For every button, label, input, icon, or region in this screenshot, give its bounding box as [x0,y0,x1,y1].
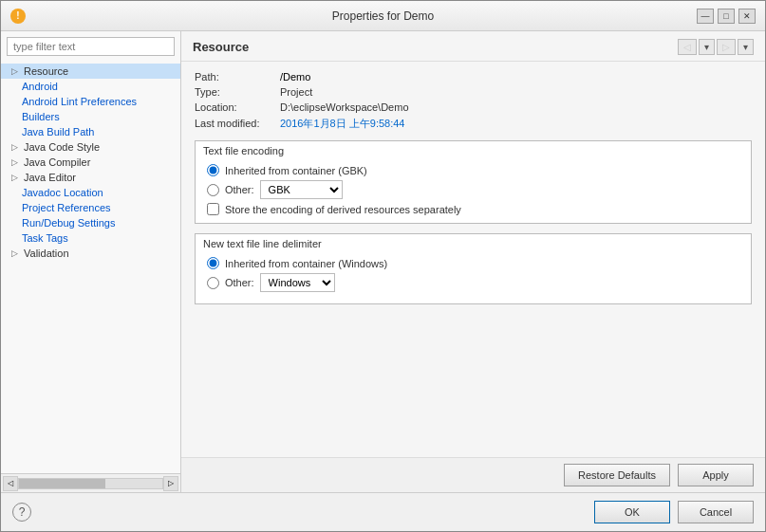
tree-item-java-build-path[interactable]: Java Build Path [1,124,180,139]
app-icon: ! [10,9,26,24]
tree-label-resource: Resource [24,65,68,77]
apply-button[interactable]: Apply [678,464,754,486]
tree-label-javadoc-location: Javadoc Location [22,187,103,198]
line-delimiter-content: Inherited from container (Windows) Other… [196,253,751,303]
location-row: Location: D:\eclipseWorkspace\Demo [195,101,752,113]
restore-defaults-button[interactable]: Restore Defaults [564,464,670,486]
dialog-content: ▷ Resource Android Android Lint Preferen… [1,31,765,492]
main-dialog: ! Properties for Demo — □ ✕ ▷ Resource A… [0,0,766,532]
nav-dropdown-button[interactable]: ▾ [699,39,715,55]
tree-label-project-references: Project References [22,202,111,213]
help-button[interactable]: ? [12,503,31,522]
dialog-footer: ? OK Cancel [1,492,765,531]
tree-item-resource[interactable]: ▷ Resource [1,64,180,79]
delimiter-dropdown[interactable]: Windows Unix Mac OS 9 [260,273,335,292]
title-bar: ! Properties for Demo — □ ✕ [1,1,765,31]
left-panel: ▷ Resource Android Android Lint Preferen… [1,31,181,492]
right-panel: Resource ◁ ▾ ▷ ▾ Path: /Demo Type: Proje… [181,31,765,492]
minimize-button[interactable]: — [697,9,714,24]
location-value: D:\eclipseWorkspace\Demo [280,101,409,113]
tree-label-java-code-style: Java Code Style [24,141,100,153]
tree-item-task-tags[interactable]: Task Tags [1,230,180,246]
expand-icon-resource: ▷ [9,66,20,76]
nav-arrows: ◁ ▾ ▷ ▾ [678,39,754,55]
encoding-radio1[interactable] [207,164,219,176]
nav-more-button[interactable]: ▾ [738,39,754,55]
footer-left: ? [12,503,31,522]
ok-button[interactable]: OK [594,501,670,523]
encoding-radio1-row: Inherited from container (GBK) [207,164,739,176]
left-scrollbar-area: ◁ ▷ [1,473,180,492]
text-encoding-section: Text file encoding Inherited from contai… [195,140,752,224]
encoding-checkbox-row: Store the encoding of derived resources … [207,203,739,215]
delimiter-radio1-label: Inherited from container (Windows) [225,258,387,269]
action-bar: Restore Defaults Apply [181,457,765,492]
tree-item-java-editor[interactable]: ▷ Java Editor [1,170,180,185]
right-panel-title: Resource [193,40,249,54]
expand-icon-validation: ▷ [9,248,20,258]
tree-label-builders: Builders [22,111,60,122]
horizontal-scrollbar[interactable] [18,478,163,489]
cancel-button[interactable]: Cancel [678,501,754,523]
delimiter-radio2[interactable] [207,277,219,289]
expand-icon-java-editor: ▷ [9,173,20,182]
title-bar-left: ! [10,9,26,24]
modified-label: Last modified: [195,118,280,129]
location-label: Location: [195,101,280,113]
tree-item-java-code-style[interactable]: ▷ Java Code Style [1,139,180,155]
encoding-radio2[interactable] [207,184,219,196]
derived-encoding-checkbox[interactable] [207,203,219,215]
tree-label-run-debug: Run/Debug Settings [22,217,115,229]
text-encoding-title: Text file encoding [196,141,751,160]
tree-item-java-compiler[interactable]: ▷ Java Compiler [1,155,180,170]
tree-item-run-debug[interactable]: Run/Debug Settings [1,215,180,230]
dialog-title: Properties for Demo [332,9,434,23]
tree-area: ▷ Resource Android Android Lint Preferen… [1,62,180,473]
path-value: /Demo [280,71,310,83]
scroll-left-arrow[interactable]: ◁ [3,476,18,491]
tree-item-validation[interactable]: ▷ Validation [1,246,180,261]
path-label: Path: [195,71,280,83]
tree-item-android[interactable]: Android [1,79,180,94]
tree-item-android-lint[interactable]: Android Lint Preferences [1,94,180,109]
scroll-right-arrow[interactable]: ▷ [163,476,178,491]
maximize-button[interactable]: □ [718,9,735,24]
tree-label-java-editor: Java Editor [24,172,76,183]
encoding-dropdown[interactable]: GBK UTF-8 UTF-16 ISO-8859-1 [260,180,343,199]
encoding-radio1-label: Inherited from container (GBK) [225,165,367,176]
expand-icon-java-compiler: ▷ [9,157,20,167]
tree-label-android: Android [22,81,58,92]
right-body: Path: /Demo Type: Project Location: D:\e… [181,62,765,457]
modified-row: Last modified: 2016年1月8日 上午9:58:44 [195,117,752,131]
expand-icon-java-code-style: ▷ [9,142,20,152]
tree-item-builders[interactable]: Builders [1,109,180,124]
line-delimiter-section: New text file line delimiter Inherited f… [195,233,752,304]
tree-label-task-tags: Task Tags [22,232,68,244]
footer-right: OK Cancel [594,501,754,523]
delimiter-radio1[interactable] [207,257,219,269]
filter-input[interactable] [7,37,175,56]
delimiter-radio1-row: Inherited from container (Windows) [207,257,739,269]
nav-forward-button[interactable]: ▷ [717,39,736,55]
encoding-radio2-row: Other: GBK UTF-8 UTF-16 ISO-8859-1 [207,180,739,199]
modified-value: 2016年1月8日 上午9:58:44 [280,117,404,131]
delimiter-radio2-row: Other: Windows Unix Mac OS 9 [207,273,739,292]
tree-item-project-references[interactable]: Project References [1,200,180,215]
type-label: Type: [195,86,280,98]
close-button[interactable]: ✕ [738,9,756,24]
delimiter-radio2-label: Other: [225,277,254,288]
nav-back-button[interactable]: ◁ [678,39,697,55]
encoding-radio2-label: Other: [225,184,254,195]
right-header: Resource ◁ ▾ ▷ ▾ [181,31,765,62]
tree-label-java-build-path: Java Build Path [22,126,94,138]
help-icon-symbol: ? [19,505,26,519]
type-row: Type: Project [195,86,752,98]
line-delimiter-title: New text file line delimiter [196,234,751,253]
tree-item-javadoc-location[interactable]: Javadoc Location [1,185,180,200]
path-row: Path: /Demo [195,71,752,83]
derived-encoding-label: Store the encoding of derived resources … [225,204,461,215]
tree-label-validation: Validation [24,248,69,259]
title-controls: — □ ✕ [697,9,756,24]
text-encoding-content: Inherited from container (GBK) Other: GB… [196,160,751,223]
scrollbar-thumb [19,479,105,488]
